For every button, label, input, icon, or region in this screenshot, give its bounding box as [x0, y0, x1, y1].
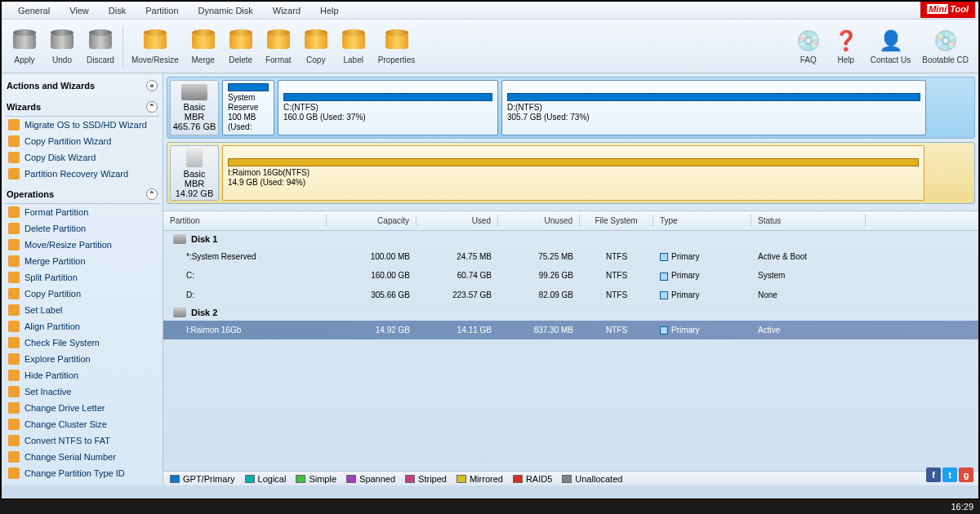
operations-header[interactable]: Operations ⌃: [5, 185, 159, 204]
discard-icon: [87, 28, 114, 54]
props-button[interactable]: Properties: [373, 26, 421, 66]
disk-map: Basic MBR465.76 GB System Reserve100 MB …: [163, 73, 978, 211]
operation-item-12[interactable]: Change Drive Letter: [5, 400, 159, 416]
col-partition[interactable]: Partition: [163, 215, 327, 227]
menu-view[interactable]: View: [60, 4, 99, 17]
action-icon: [8, 304, 20, 316]
operation-item-16[interactable]: Change Partition Type ID: [5, 465, 159, 481]
contact-icon: 👤: [878, 28, 904, 54]
menu-general[interactable]: General: [8, 4, 60, 17]
disk-header[interactable]: Basic MBR465.76 GB: [170, 80, 219, 135]
legend-item: RAID5: [513, 474, 552, 484]
action-icon: [8, 419, 20, 430]
legend-swatch: [296, 475, 305, 483]
facebook-icon[interactable]: f: [926, 467, 941, 482]
operation-item-9[interactable]: Explore Partition: [5, 351, 159, 367]
gplus-icon[interactable]: g: [959, 467, 973, 482]
action-icon: [8, 337, 20, 348]
wizard-item-0[interactable]: Migrate OS to SSD/HD Wizard: [5, 117, 159, 133]
legend-item: Striped: [405, 474, 447, 484]
label-icon: [341, 28, 367, 54]
legend-item: GPT/Primary: [170, 474, 235, 484]
chevron-up-icon[interactable]: ⌃: [146, 188, 158, 200]
operation-item-14[interactable]: Convert NTFS to FAT: [5, 432, 159, 449]
action-icon: [8, 206, 20, 218]
twitter-icon[interactable]: t: [942, 467, 957, 482]
operation-item-0[interactable]: Format Partition: [5, 204, 159, 220]
table-row[interactable]: *:System Reserved100.00 MB24.75 MB75.25 …: [163, 247, 978, 266]
menubar: GeneralViewDiskPartitionDynamic DiskWiza…: [2, 2, 978, 20]
partition-block[interactable]: C:(NTFS)160.0 GB (Used: 37%): [278, 80, 498, 135]
partition-block[interactable]: I:Raimon 16Gb(NTFS)14.9 GB (Used: 94%): [222, 145, 924, 201]
col-unused[interactable]: Unused: [498, 215, 580, 227]
action-icon: [8, 370, 20, 381]
format-button[interactable]: Format: [261, 26, 296, 66]
table-row[interactable]: D:305.66 GB223.57 GB82.09 GBNTFSPrimaryN…: [163, 286, 978, 304]
collapse-icon[interactable]: «: [146, 80, 158, 91]
legend-item: Spanned: [346, 474, 395, 484]
operation-item-13[interactable]: Change Cluster Size: [5, 416, 159, 432]
col-fs[interactable]: File System: [580, 215, 653, 227]
faq-button[interactable]: 💿FAQ: [791, 26, 826, 66]
sidebar-title: Actions and Wizards «: [5, 77, 159, 95]
operation-item-15[interactable]: Change Serial Number: [5, 449, 159, 465]
operation-item-6[interactable]: Set Label: [5, 302, 159, 318]
action-icon: [8, 386, 20, 397]
boot-button[interactable]: 💿Bootable CD: [917, 26, 973, 66]
operation-item-8[interactable]: Check File System: [5, 335, 159, 351]
operation-item-4[interactable]: Split Partition: [5, 269, 159, 286]
merge-button[interactable]: Merge: [185, 26, 221, 66]
legend: GPT/PrimaryLogicalSimpleSpannedStripedMi…: [163, 471, 978, 485]
col-status[interactable]: Status: [751, 215, 866, 227]
wizard-item-2[interactable]: Copy Disk Wizard: [5, 149, 159, 166]
action-icon: [8, 239, 20, 250]
wizards-header[interactable]: Wizards ⌃: [5, 98, 159, 117]
apply-button[interactable]: Apply: [7, 26, 42, 66]
delete-button[interactable]: Delete: [223, 26, 259, 66]
taskbar: 16:29: [0, 499, 980, 514]
content: Basic MBR465.76 GB System Reserve100 MB …: [163, 73, 978, 485]
undo-button[interactable]: Undo: [44, 26, 80, 66]
operation-item-1[interactable]: Delete Partition: [5, 220, 159, 237]
operation-item-2[interactable]: Move/Resize Partition: [5, 237, 159, 253]
table-row[interactable]: C:160.00 GB60.74 GB99.26 GBNTFSPrimarySy…: [163, 266, 978, 285]
legend-item: Mirrored: [457, 474, 503, 484]
menu-help[interactable]: Help: [310, 4, 349, 17]
type-indicator: [660, 326, 668, 335]
disk-group-header[interactable]: Disk 2: [163, 304, 978, 321]
partition-block[interactable]: System Reserve100 MB (Used:: [222, 80, 274, 135]
chevron-up-icon[interactable]: ⌃: [146, 101, 158, 113]
label-button[interactable]: Label: [336, 26, 372, 66]
wizard-item-1[interactable]: Copy Partition Wizard: [5, 133, 159, 149]
disk-row-1[interactable]: Basic MBR465.76 GB System Reserve100 MB …: [167, 77, 975, 139]
disk-group-header[interactable]: Disk 1: [163, 231, 978, 247]
operation-item-3[interactable]: Merge Partition: [5, 253, 159, 269]
col-used[interactable]: Used: [416, 215, 498, 227]
contact-button[interactable]: 👤Contact Us: [866, 26, 915, 66]
operation-item-11[interactable]: Set Inactive: [5, 383, 159, 400]
action-icon: [8, 168, 20, 179]
move-button[interactable]: Move/Resize: [127, 26, 184, 66]
copy-button[interactable]: Copy: [298, 26, 334, 66]
col-type[interactable]: Type: [653, 215, 751, 227]
partition-block[interactable]: D:(NTFS)305.7 GB (Used: 73%): [501, 80, 926, 135]
discard-button[interactable]: Discard: [82, 26, 119, 66]
undo-icon: [49, 28, 75, 54]
disk-header[interactable]: Basic MBR14.92 GB: [170, 145, 219, 201]
legend-swatch: [245, 475, 255, 483]
wizard-item-3[interactable]: Partition Recovery Wizard: [5, 166, 159, 182]
menu-wizard[interactable]: Wizard: [263, 4, 310, 17]
col-capacity[interactable]: Capacity: [327, 215, 416, 227]
operation-item-5[interactable]: Copy Partition: [5, 286, 159, 302]
menu-disk[interactable]: Disk: [99, 4, 136, 17]
action-icon: [8, 255, 20, 267]
action-icon: [8, 402, 20, 414]
table-row[interactable]: I:Raimon 16Gb14.92 GB14.11 GB837.30 MBNT…: [163, 321, 978, 339]
menu-dynamicdisk[interactable]: Dynamic Disk: [189, 4, 263, 17]
operation-item-7[interactable]: Align Partition: [5, 318, 159, 335]
menu-partition[interactable]: Partition: [136, 4, 188, 17]
help-button[interactable]: ❓Help: [828, 26, 864, 66]
operation-item-10[interactable]: Hide Partition: [5, 367, 159, 383]
disk-row-2[interactable]: Basic MBR14.92 GB I:Raimon 16Gb(NTFS)14.…: [167, 142, 975, 204]
move-icon: [142, 28, 168, 54]
